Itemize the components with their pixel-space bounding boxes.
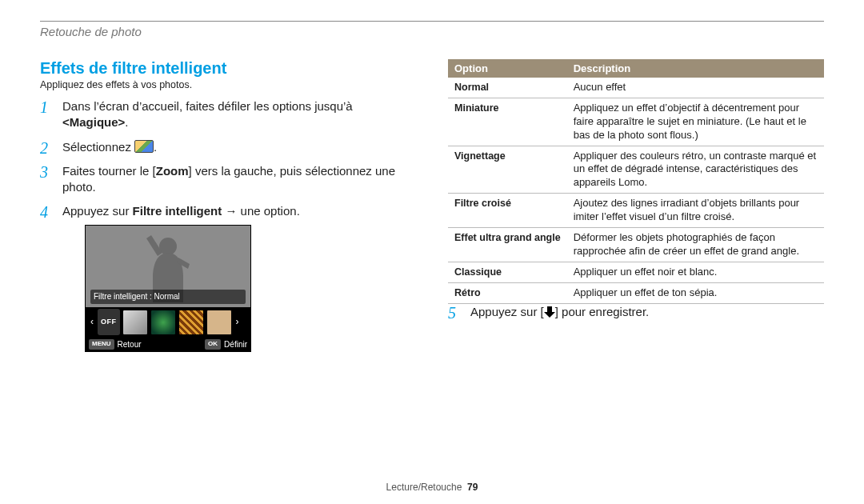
steps-list-cont: Appuyez sur [] pour enregistrer. (448, 304, 824, 320)
option-name: Classique (448, 262, 567, 282)
filter-thumb-3[interactable] (178, 310, 204, 335)
ok-label: Définir (224, 339, 247, 350)
top-border (40, 21, 824, 22)
page-footer: Lecture/Retouche 79 (0, 482, 864, 493)
option-desc: Appliquer un effet noir et blanc. (567, 262, 824, 282)
chevron-left-icon[interactable]: ‹ (89, 315, 95, 328)
step-bold: Zoom (156, 164, 189, 178)
step-text: Sélectionnez (62, 140, 134, 154)
step-text-end: → une option. (222, 204, 300, 218)
step-text: Faites tourner le [ (62, 164, 156, 178)
menu-button-chip[interactable]: MENU (89, 339, 114, 350)
filter-thumb-2[interactable] (150, 310, 176, 335)
col-desc-header: Description (567, 59, 824, 78)
option-desc: Déformer les objets photographiés de faç… (567, 228, 824, 262)
filter-thumb-4[interactable] (206, 310, 232, 335)
option-desc: Appliquer un effet de ton sépia. (567, 282, 824, 303)
ok-button-chip[interactable]: OK (205, 339, 221, 350)
intro-text: Appliquez des effets à vos photos. (40, 79, 416, 90)
step-text: Appuyez sur (62, 204, 133, 218)
step-5: Appuyez sur [] pour enregistrer. (448, 304, 824, 320)
options-table: Option Description NormalAucun effetMini… (448, 59, 824, 304)
option-desc: Appliquer des couleurs rétro, un contras… (567, 146, 824, 194)
footer-page: 79 (467, 482, 478, 493)
preview-image: Filtre intelligent : Normal (86, 226, 250, 307)
left-column: Effets de filtre intelligent Appliquez d… (40, 59, 416, 360)
option-name: Rétro (448, 282, 567, 303)
step-1: Dans l’écran d’accueil, faites défiler l… (40, 98, 416, 131)
step-text: Dans l’écran d’accueil, faites défiler l… (62, 99, 353, 113)
table-row: Filtre croiséAjoutez des lignes irradian… (448, 194, 824, 228)
options-tbody: NormalAucun effetMiniatureAppliquez un e… (448, 78, 824, 303)
table-row: ClassiqueAppliquer un effet noir et blan… (448, 262, 824, 282)
back-label: Retour (118, 339, 142, 350)
option-name: Effet ultra grand angle (448, 228, 567, 262)
step-text-end: . (125, 115, 128, 129)
table-row: Effet ultra grand angleDéformer les obje… (448, 228, 824, 262)
option-name: Filtre croisé (448, 194, 567, 228)
step-text-end: ] pour enregistrer. (555, 305, 650, 318)
preview-bottom-bar: MENU Retour OK Définir (86, 338, 250, 352)
table-row: MiniatureAppliquez un effet d’objectif à… (448, 98, 824, 146)
option-desc: Appliquez un effet d’objectif à décentre… (567, 98, 824, 146)
option-name: Normal (448, 78, 567, 98)
step-text: Appuyez sur [ (470, 305, 544, 318)
table-row: NormalAucun effet (448, 78, 824, 98)
filter-off-chip[interactable]: OFF (98, 309, 120, 334)
option-desc: Ajoutez des lignes irradiant d’objets br… (567, 194, 824, 228)
step-text-end: . (154, 140, 157, 154)
table-row: RétroAppliquer un effet de ton sépia. (448, 282, 824, 303)
table-row: VignettageAppliquer des couleurs rétro, … (448, 146, 824, 194)
filter-strip: ‹ OFF › (86, 307, 250, 338)
step-4: Appuyez sur Filtre intelligent → une opt… (40, 203, 416, 352)
right-column: Option Description NormalAucun effetMini… (448, 59, 824, 360)
filter-thumb-1[interactable] (122, 310, 148, 335)
breadcrumb: Retouche de photo (40, 25, 824, 38)
step-3: Faites tourner le [Zoom] vers la gauche,… (40, 163, 416, 196)
step-bold: Filtre intelligent (133, 204, 222, 218)
section-title: Effets de filtre intelligent (40, 59, 416, 78)
steps-list: Dans l’écran d’accueil, faites défiler l… (40, 98, 416, 352)
option-name: Vignettage (448, 146, 567, 194)
chevron-right-icon[interactable]: › (234, 315, 241, 328)
option-name: Miniature (448, 98, 567, 146)
step-2: Sélectionnez . (40, 139, 416, 155)
option-desc: Aucun effet (567, 78, 824, 98)
preview-caption: Filtre intelligent : Normal (90, 290, 246, 304)
camera-preview: Filtre intelligent : Normal ‹ OFF › MENU… (85, 225, 251, 353)
col-option-header: Option (448, 59, 567, 78)
download-icon (544, 306, 555, 318)
magic-icon (134, 140, 154, 153)
step-bold: <Magique> (62, 115, 125, 129)
footer-section: Lecture/Retouche (386, 482, 462, 493)
